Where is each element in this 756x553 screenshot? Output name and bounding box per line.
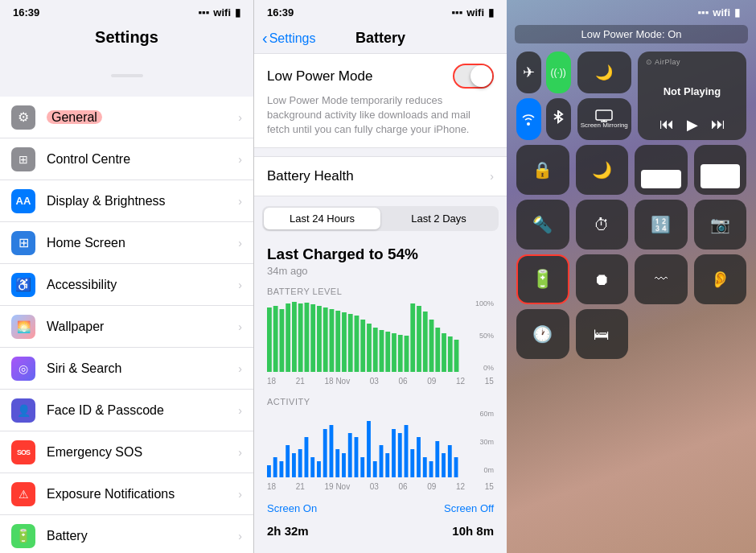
settings-row-partial[interactable] [0, 55, 253, 97]
screen-off-label: Screen Off [444, 502, 494, 514]
airplane-mode-btn[interactable]: ✈ [516, 52, 541, 93]
calculator-btn[interactable]: 🔢 [635, 200, 688, 250]
cellular-btn[interactable]: ((·)) [546, 52, 571, 93]
flashlight-icon: 🔦 [532, 215, 553, 234]
svg-rect-29 [448, 336, 453, 372]
timer-btn[interactable]: ⏱ [576, 200, 629, 250]
svg-rect-19 [385, 332, 390, 372]
signal-icon: ▪▪▪ [199, 6, 210, 19]
svg-rect-30 [454, 340, 459, 372]
accessibility-icon: ♿ [11, 273, 35, 297]
svg-rect-32 [273, 457, 277, 477]
battery-level-label: BATTERY LEVEL [267, 287, 494, 296]
sleep-btn[interactable]: 🛏 [576, 309, 629, 359]
screen-mirror-btn-main[interactable]: Screen Mirroring [577, 98, 632, 140]
svg-rect-12 [342, 312, 347, 372]
svg-rect-8 [317, 306, 322, 372]
tab-last-2-days[interactable]: Last 2 Days [380, 208, 497, 229]
focus-btn[interactable]: 🌙 [577, 52, 632, 93]
home-screen-chevron: › [238, 237, 242, 250]
settings-row-faceid[interactable]: 👤 Face ID & Passcode › [0, 390, 253, 431]
back-button[interactable]: ‹ Settings [262, 29, 315, 47]
svg-rect-15 [360, 320, 365, 372]
exposure-label: Exposure Notifications [47, 487, 238, 501]
bat-wifi-icon: wifi [466, 6, 484, 19]
faceid-label: Face ID & Passcode [47, 403, 238, 418]
siri-icon: ◎ [11, 357, 35, 381]
svg-rect-7 [310, 304, 315, 372]
wallpaper-chevron: › [238, 320, 242, 333]
battery-status-bar: 16:39 ▪▪▪ wifi ▮ [254, 0, 507, 22]
cellular-icon: ((·)) [550, 67, 565, 78]
svg-rect-4 [292, 302, 297, 372]
settings-row-display[interactable]: AA Display & Brightness › [0, 180, 253, 222]
control-row-5: 🕐 🛏 [507, 309, 756, 364]
wifi-icon [520, 113, 536, 126]
flashlight-btn[interactable]: 🔦 [516, 200, 569, 250]
battery-chevron: › [238, 530, 242, 543]
battery-chart-dates: 182118 Nov0306091215 [267, 375, 494, 387]
ctrl-signal-icon: ▪▪▪ [698, 6, 709, 19]
play-icon[interactable]: ▶ [687, 116, 698, 134]
stopwatch-btn[interactable]: 🕐 [516, 309, 569, 359]
svg-rect-3 [286, 303, 290, 372]
camera-icon: 📷 [710, 215, 730, 234]
low-power-label: Low Power Mode [267, 68, 372, 85]
volume-slider[interactable] [694, 145, 747, 195]
screen-mirror-icon [595, 109, 613, 122]
svg-rect-37 [305, 437, 309, 477]
empty-slot-1 [635, 309, 688, 359]
control-col-2: 🌙 Screen Mirroring [577, 52, 632, 140]
rotation-lock-btn[interactable]: 🔒 [516, 145, 569, 195]
low-power-toggle[interactable] [453, 64, 494, 89]
general-label: General [47, 110, 238, 125]
brightness-slider[interactable] [635, 145, 688, 195]
rewind-icon[interactable]: ⏮ [659, 116, 674, 134]
settings-row-general[interactable]: ⚙ General › [0, 97, 253, 138]
settings-row-battery[interactable]: 🔋 Battery › [0, 515, 253, 553]
svg-rect-23 [410, 303, 415, 372]
control-centre-icon: ⊞ [11, 147, 35, 171]
screen-on-time: 2h 32m [267, 524, 309, 538]
activity-chart [267, 413, 494, 477]
settings-row-home-screen[interactable]: ⊞ Home Screen › [0, 222, 253, 264]
bluetooth-btn[interactable] [546, 98, 571, 140]
svg-rect-25 [423, 312, 428, 372]
connectivity-grid: ✈ ((·)) [516, 52, 571, 140]
siri-chevron: › [238, 362, 242, 375]
settings-row-control-centre[interactable]: ⊞ Control Centre › [0, 138, 253, 180]
media-controls: ⏮ ▶ ⏭ [646, 116, 738, 134]
settings-row-accessibility[interactable]: ♿ Accessibility › [0, 264, 253, 306]
battery-highlight-btn[interactable]: 🔋 [516, 254, 569, 304]
settings-row-wallpaper[interactable]: 🌅 Wallpaper › [0, 306, 253, 348]
wifi-btn[interactable] [516, 98, 541, 140]
battery-highlighted-icon: 🔋 [532, 269, 553, 290]
settings-row-exposure[interactable]: ⚠ Exposure Notifications › [0, 473, 253, 515]
screen-record-btn[interactable]: ⏺ [576, 254, 629, 304]
camera-btn[interactable]: 📷 [694, 200, 747, 250]
left-status-bar: 16:39 ▪▪▪ wifi ▮ [0, 0, 253, 22]
battery-content: Low Power Mode Low Power Mode temporaril… [254, 53, 507, 553]
ctrl-wifi-icon: wifi [713, 6, 730, 19]
battery-health-label: Battery Health [267, 168, 490, 184]
home-screen-icon: ⊞ [11, 231, 35, 255]
settings-row-emergency[interactable]: SOS Emergency SOS › [0, 431, 253, 473]
sound-recognition-btn[interactable]: 〰 [635, 254, 688, 304]
hearing-btn[interactable]: 👂 [694, 254, 747, 304]
exposure-chevron: › [238, 488, 242, 501]
accessibility-label: Accessibility [47, 278, 238, 292]
svg-rect-28 [442, 333, 446, 372]
svg-rect-34 [286, 445, 290, 477]
stopwatch-icon: 🕐 [532, 324, 553, 344]
svg-rect-40 [323, 429, 327, 477]
do-not-disturb-btn[interactable]: 🌙 [576, 145, 629, 195]
wallpaper-icon: 🌅 [11, 315, 35, 339]
battery-health-row[interactable]: Battery Health › [254, 156, 507, 196]
tab-last-24h[interactable]: Last 24 Hours [264, 208, 380, 229]
bat-battery-icon: ▮ [488, 6, 494, 19]
low-power-banner: Low Power Mode: On [515, 25, 748, 43]
settings-row-siri[interactable]: ◎ Siri & Search › [0, 348, 253, 390]
svg-rect-52 [398, 433, 402, 477]
svg-rect-44 [348, 433, 352, 477]
fastforward-icon[interactable]: ⏭ [711, 116, 725, 134]
